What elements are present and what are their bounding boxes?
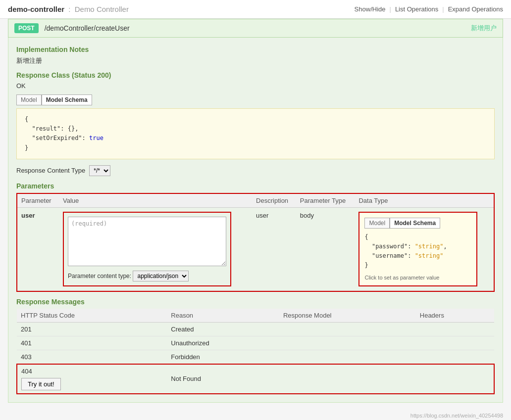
model-401 [279,336,416,350]
schema-model-schema-tab[interactable]: Model Schema [390,218,440,229]
expand-operations-link[interactable]: Expand Operations [448,5,503,13]
implementation-notes-text: 新增注册 [16,56,495,65]
try-it-out-button[interactable]: Try it out! [21,378,61,390]
param-parameter-type: body [296,207,355,290]
divider-2: | [442,5,444,13]
response-row-401: 401 Unauthorized [17,336,494,350]
col-parameter: Parameter [17,194,59,208]
model-404 [279,364,416,394]
col-data-type: Data Type [355,194,494,208]
endpoint-description: 新增用户 [471,24,497,33]
response-messages-body: 201 Created 401 Unauthorized 403 Forbidd… [17,322,494,394]
app-name: demo-controller [8,5,64,13]
schema-click-hint[interactable]: Click to set as parameter value [364,275,471,280]
col-reason: Reason [167,309,279,323]
param-content-type-select[interactable]: application/json [133,271,189,281]
header: demo-controller : Demo Controller Show/H… [0,0,511,19]
parameters-table-body: user (required) Parameter content type: … [17,207,494,290]
response-messages-heading: Response Messages [16,298,495,306]
endpoint-path: /demoController/createUser [45,24,130,32]
response-row-403: 403 Forbidden [17,350,494,364]
headers-401 [416,336,494,350]
title-separator: : [68,5,70,13]
param-description: user [252,207,296,290]
response-messages-table: HTTP Status Code Reason Response Model H… [16,309,495,394]
content-area: Implementation Notes 新增注册 Response Class… [8,38,503,403]
status-201: 201 [17,322,167,336]
response-row-404: 404 Try it out! Not Found [17,364,494,394]
model-tab[interactable]: Model [16,94,42,105]
model-403 [279,350,416,364]
reason-201: Created [167,322,279,336]
watermark: https://blog.csdn.net/weixin_40254498 [0,411,511,420]
status-404: 404 [21,368,32,375]
headers-403 [416,350,494,364]
param-content-type-label: Parameter content type: [68,273,131,280]
response-content-type-label: Response Content Type [16,167,85,174]
col-response-model: Response Model [279,309,416,323]
header-title: demo-controller : Demo Controller [8,5,129,13]
divider-1: | [389,5,391,13]
schema-model-tab[interactable]: Model [364,218,390,229]
parameters-table: Parameter Value Description Parameter Ty… [17,194,494,291]
headers-404 [416,364,494,394]
response-model-tabs: Model Model Schema [16,94,495,105]
parameters-heading: Parameters [16,182,495,190]
response-row-201: 201 Created [17,322,494,336]
parameters-outer-border: Parameter Value Description Parameter Ty… [16,193,495,292]
value-textarea-wrapper: (required) Parameter content type: appli… [63,212,231,286]
col-parameter-type: Parameter Type [296,194,355,208]
col-value: Value [59,194,252,208]
response-messages-header-row: HTTP Status Code Reason Response Model H… [17,309,494,323]
list-operations-link[interactable]: List Operations [395,5,438,13]
header-links: Show/Hide | List Operations | Expand Ope… [355,5,503,13]
headers-201 [416,322,494,336]
status-404-cell: 404 Try it out! [17,364,167,394]
col-headers: Headers [416,309,494,323]
reason-404: Not Found [167,364,279,394]
response-content-type-select[interactable]: */* [89,165,110,176]
implementation-notes-heading: Implementation Notes [16,46,495,53]
param-data-type: Model Model Schema { "password": "string… [355,207,494,290]
status-401: 401 [17,336,167,350]
param-value-cell: (required) Parameter content type: appli… [59,207,252,290]
response-messages-header: HTTP Status Code Reason Response Model H… [17,309,494,323]
reason-403: Forbidden [167,350,279,364]
col-status-code: HTTP Status Code [17,309,167,323]
status-403: 403 [17,350,167,364]
response-class-text: OK [16,82,495,90]
response-code-block: { "result": {}, "setOrExpired": true } [16,108,495,159]
param-content-type-row: Parameter content type: application/json [68,271,226,281]
code-true-value: true [89,135,103,141]
schema-code-block: { "password": "string", "username": "str… [364,233,471,271]
reason-401: Unauthorized [167,336,279,350]
parameters-header-row: Parameter Value Description Parameter Ty… [17,194,494,208]
model-schema-tab[interactable]: Model Schema [42,94,92,105]
http-method-badge: POST [14,23,39,33]
schema-box: Model Model Schema { "password": "string… [358,212,477,286]
response-content-type-row: Response Content Type */* [16,165,495,176]
model-201 [279,322,416,336]
response-messages-section: Response Messages HTTP Status Code Reaso… [16,298,495,394]
parameter-row-user: user (required) Parameter content type: … [17,207,494,290]
schema-model-tabs: Model Model Schema [364,218,471,229]
parameters-section: Parameters Parameter Value Description P… [16,182,495,292]
response-class-heading: Response Class (Status 200) [16,71,495,79]
parameters-table-header: Parameter Value Description Parameter Ty… [17,194,494,208]
col-description: Description [252,194,296,208]
param-value-textarea[interactable]: (required) [68,217,226,266]
post-bar: POST /demoController/createUser 新增用户 [8,19,503,38]
param-name-user: user [17,207,59,290]
app-desc: Demo Controller [75,5,129,13]
show-hide-link[interactable]: Show/Hide [355,5,386,13]
main-content: POST /demoController/createUser 新增用户 Imp… [0,19,511,411]
